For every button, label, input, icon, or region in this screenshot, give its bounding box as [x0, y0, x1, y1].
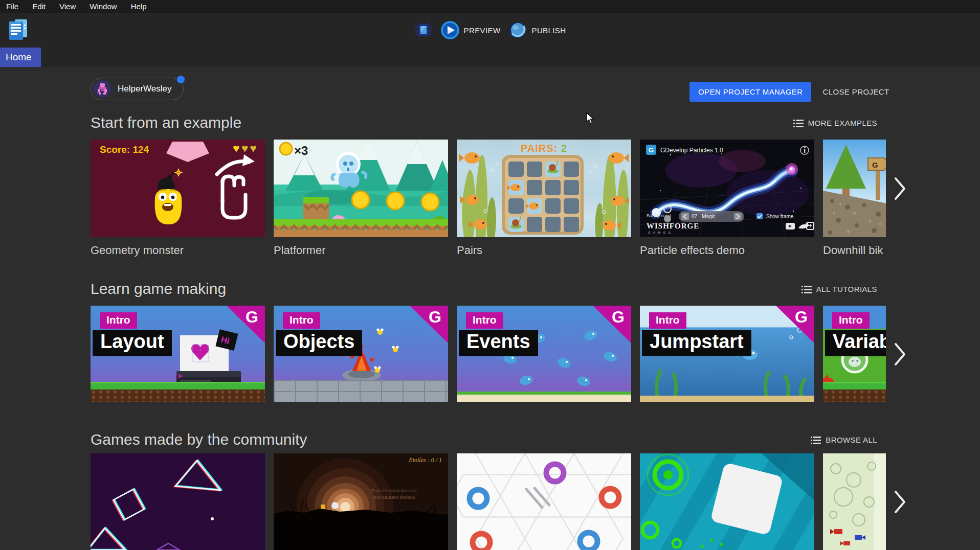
more-examples-label: MORE EXAMPLES: [808, 119, 877, 127]
community-next-arrow[interactable]: [894, 490, 907, 514]
tutorial-card-objects[interactable]: G Intro Objects: [274, 306, 448, 402]
publish-globe-icon: [508, 21, 527, 39]
tutorial-word: Layout: [93, 330, 172, 356]
more-examples-button[interactable]: MORE EXAMPLES: [793, 119, 877, 127]
community-bubbles-thumbnail: [823, 453, 886, 550]
community-title: Games made by the community: [91, 431, 877, 448]
coin-counter: ×3: [294, 144, 308, 158]
notification-dot: [177, 76, 185, 83]
tutorials-row: Hi G Intro Layout: [91, 306, 886, 402]
menu-edit[interactable]: Edit: [32, 2, 46, 11]
tutorials-title: Learn game making: [91, 280, 877, 297]
publish-label: PUBLISH: [531, 26, 566, 35]
community-sunset-thumbnail: Etoiles : 0 / 1 Tuer les monstres en leu…: [274, 453, 448, 550]
tutorial-word: Objects: [276, 330, 362, 356]
avatar: [94, 80, 111, 98]
grass-strip: [823, 382, 886, 389]
next-effect-icon[interactable]: [734, 213, 742, 220]
home-page: HelperWesley OPEN PROJECT MANAGER CLOSE …: [0, 67, 980, 550]
tutorial-tag: Intro: [466, 312, 503, 329]
tutorial-card-events[interactable]: G Intro Events: [457, 306, 631, 402]
effect-name: 07 - Magic: [692, 214, 716, 219]
menu-help[interactable]: Help: [131, 2, 147, 11]
tab-home[interactable]: Home: [0, 48, 41, 67]
menu-view[interactable]: View: [59, 2, 76, 11]
username: HelperWesley: [118, 84, 172, 94]
heart-icon: ♥: [250, 142, 258, 155]
wishforge-brand: WISHFORGE: [647, 222, 699, 230]
heart-icon: ♥: [241, 142, 250, 155]
tutorial-word: Jumpstart: [642, 330, 751, 356]
tutorial-word: Events: [459, 330, 538, 356]
brick-strip: [274, 380, 448, 402]
open-project-manager-button[interactable]: OPEN PROJECT MANAGER: [689, 82, 811, 102]
youtube-icon[interactable]: [786, 223, 795, 230]
browse-all-button[interactable]: BROWSE ALL: [811, 436, 877, 444]
tutorial-tag: Intro: [283, 312, 320, 329]
gdevelop-logo: G: [429, 308, 441, 327]
hint-text: Tuer les monstres en leur sautant dessus: [363, 487, 425, 500]
tutorial-tag: Intro: [100, 312, 137, 329]
platformer-thumbnail: ×3: [274, 140, 448, 237]
close-project-button[interactable]: CLOSE PROJECT: [820, 82, 891, 102]
example-card-title: Geometry monster: [91, 244, 265, 257]
tutorial-word: Variab: [825, 330, 886, 356]
gdevelop-logo: G: [612, 308, 625, 327]
tutorials-next-arrow[interactable]: [894, 342, 907, 366]
community-card-bubbles[interactable]: [823, 453, 886, 550]
examples-title: Start from an example: [91, 114, 877, 131]
pairs-label: PAIRS:: [521, 143, 558, 154]
menu-file[interactable]: File: [6, 2, 18, 11]
prev-effect-icon[interactable]: [681, 213, 689, 220]
example-card-platformer[interactable]: ×3 Platformer: [274, 140, 448, 257]
profile-chip[interactable]: HelperWesley: [91, 78, 184, 100]
menu-bar: File Edit View Window Help: [0, 0, 980, 13]
debug-button[interactable]: [414, 20, 433, 40]
score-text: Score: 124: [100, 144, 149, 155]
browse-all-label: BROWSE ALL: [826, 436, 877, 444]
show-frame-checkbox[interactable]: [756, 213, 763, 219]
list-icon: [793, 119, 804, 127]
hint-line-1: Tuer les monstres en: [363, 487, 425, 494]
community-card-hexagons[interactable]: [457, 453, 631, 550]
list-icon: [801, 285, 812, 293]
tutorial-variables-thumbnail: +1 Intro Variab: [823, 306, 886, 402]
pairs-thumbnail: PAIRS: 2: [457, 140, 631, 237]
lives-hearts: ♥♥♥: [233, 142, 258, 155]
example-card-downhill-bike[interactable]: G Downhill bik: [823, 140, 886, 257]
tutorial-layout-thumbnail: Hi G Intro Layout: [91, 306, 265, 402]
example-card-pairs[interactable]: PAIRS: 2 Pairs: [457, 140, 631, 257]
tutorial-card-variables[interactable]: +1 Intro Variab: [823, 306, 886, 402]
particle-overlay-title: GDevelop Particles 1.0: [660, 147, 723, 154]
list-icon: [811, 436, 821, 444]
play-icon: [441, 21, 459, 39]
tutorial-events-thumbnail: G Intro Events: [457, 306, 631, 402]
particle-demo-thumbnail: G GDevelop Particles 1.0 Background 07 -: [640, 140, 814, 237]
grass-strip: [91, 382, 265, 389]
community-card-neon-shapes[interactable]: [91, 453, 265, 550]
main-toolbar: PREVIEW PUBLISH: [0, 13, 980, 48]
twitter-icon[interactable]: [798, 223, 809, 228]
menu-window[interactable]: Window: [90, 2, 117, 11]
info-icon[interactable]: [800, 146, 809, 154]
community-card-sunset[interactable]: Etoiles : 0 / 1 Tuer les monstres en leu…: [274, 453, 448, 550]
gdevelop-logo: G: [795, 308, 808, 327]
publish-button[interactable]: PUBLISH: [508, 21, 566, 39]
tutorials-section-header: Learn game making ALL TUTORIALS: [91, 280, 877, 297]
project-files-icon[interactable]: [7, 18, 29, 43]
sign-letter: G: [872, 161, 878, 169]
examples-next-arrow[interactable]: [894, 176, 907, 201]
preview-button[interactable]: PREVIEW: [441, 21, 501, 39]
hint-line-2: leur sautant dessus: [363, 494, 425, 500]
example-card-title: Platformer: [274, 244, 448, 257]
example-card-particle-demo[interactable]: G GDevelop Particles 1.0 Background 07 -: [640, 140, 814, 257]
tutorial-tag: Intro: [832, 312, 870, 329]
tab-home-label: Home: [6, 52, 32, 63]
tutorial-card-layout[interactable]: Hi G Intro Layout: [91, 306, 265, 402]
community-neon-thumbnail: [91, 453, 265, 550]
community-card-teal-rings[interactable]: [640, 453, 814, 550]
all-tutorials-button[interactable]: ALL TUTORIALS: [801, 285, 877, 293]
tutorial-card-jumpstart[interactable]: G Intro Jumpstart: [640, 306, 814, 402]
example-card-geometry-monster[interactable]: Score: 124 ♥♥♥ Geometry monster: [91, 140, 265, 257]
downhill-bike-thumbnail: G: [823, 140, 886, 237]
